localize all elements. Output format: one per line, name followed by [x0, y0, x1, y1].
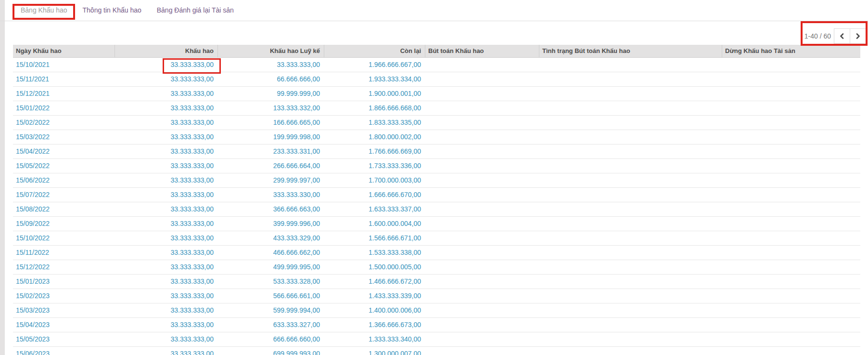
table-cell: 33.333.333,00 — [115, 318, 217, 332]
table-row[interactable]: 15/05/202233.333.333,00266.666.664,001.7… — [13, 159, 860, 173]
chevron-left-icon — [839, 33, 845, 39]
table-cell: 299.999.997,00 — [217, 173, 324, 187]
table-cell: 633.333.327,00 — [217, 318, 324, 332]
table-cell — [722, 58, 860, 72]
table-cell: 15/02/2022 — [13, 116, 115, 130]
column-header-dung-khau-hao[interactable]: Dừng Khấu hao Tài sản — [722, 45, 860, 57]
table-cell: 433.333.329,00 — [217, 231, 324, 245]
table-cell: 33.333.333,00 — [115, 87, 217, 101]
column-header-khau-hao-luy-ke[interactable]: Khấu hao Luỹ kế — [217, 45, 324, 57]
table-row[interactable]: 15/10/202133.333.333,0033.333.333,001.96… — [13, 58, 860, 72]
table-row[interactable]: 15/11/202133.333.333,0066.666.666,001.93… — [13, 72, 860, 87]
table-row[interactable]: 15/03/202333.333.333,00599.999.994,001.4… — [13, 303, 860, 318]
table-cell: 33.333.333,00 — [115, 130, 217, 144]
tab-label: Bảng Đánh giá lại Tài sản — [157, 6, 234, 14]
table-cell — [722, 159, 860, 173]
table-cell: 33.333.333,00 — [115, 217, 217, 231]
table-cell — [539, 101, 722, 115]
column-header-ngay-khau-hao[interactable]: Ngày Khấu hao — [13, 45, 115, 57]
table-cell — [539, 231, 722, 245]
table-cell: 1.433.333.339,00 — [324, 289, 425, 303]
table-row[interactable]: 15/11/202233.333.333,00466.666.662,001.5… — [13, 246, 860, 260]
tab-label: Bảng Khấu hao — [21, 6, 67, 14]
table-cell — [425, 289, 539, 303]
table-cell: 15/03/2022 — [13, 130, 115, 144]
table-cell — [539, 116, 722, 130]
table-cell — [539, 87, 722, 101]
table-cell: 15/01/2023 — [13, 275, 115, 289]
pager-next-button[interactable] — [850, 28, 866, 44]
table-cell: 1.666.666.670,00 — [324, 188, 425, 202]
table-cell — [539, 58, 722, 72]
table-cell: 33.333.333,00 — [115, 347, 217, 355]
table-row[interactable]: 15/04/202233.333.333,00233.333.331,001.7… — [13, 145, 860, 159]
table-cell — [539, 217, 722, 231]
table-cell — [722, 145, 860, 158]
table-row[interactable]: 15/06/202333.333.333,00699.999.993,001.3… — [13, 347, 860, 355]
table-cell: 199.999.998,00 — [217, 130, 324, 144]
table-cell: 233.333.331,00 — [217, 145, 324, 158]
table-cell: 333.333.330,00 — [217, 188, 324, 202]
table-cell: 33.333.333,00 — [115, 173, 217, 187]
table-body: 15/10/202133.333.333,0033.333.333,001.96… — [13, 58, 860, 355]
table-cell — [539, 145, 722, 158]
table-cell: 1.500.000.005,00 — [324, 260, 425, 274]
table-cell: 15/04/2022 — [13, 145, 115, 158]
column-header-khau-hao[interactable]: Khấu hao — [115, 45, 217, 57]
table-cell: 1.566.666.671,00 — [324, 231, 425, 245]
table-row[interactable]: 15/10/202233.333.333,00433.333.329,001.5… — [13, 231, 860, 246]
table-row[interactable]: 15/03/202233.333.333,00199.999.998,001.8… — [13, 130, 860, 145]
table-cell: 15/04/2023 — [13, 318, 115, 332]
table-cell: 1.366.666.673,00 — [324, 318, 425, 332]
table-cell: 599.999.994,00 — [217, 303, 324, 317]
table-cell: 33.333.333,00 — [115, 303, 217, 317]
pager-previous-button[interactable] — [834, 28, 850, 44]
table-cell: 33.333.333,00 — [115, 260, 217, 274]
table-cell: 99.999.999,00 — [217, 87, 324, 101]
table-row[interactable]: 15/04/202333.333.333,00633.333.327,001.3… — [13, 318, 860, 332]
table-row[interactable]: 15/09/202233.333.333,00399.999.996,001.6… — [13, 217, 860, 231]
table-row[interactable]: 15/06/202233.333.333,00299.999.997,001.7… — [13, 173, 860, 188]
table-row[interactable]: 15/01/202333.333.333,00533.333.328,001.4… — [13, 275, 860, 289]
table-cell — [425, 303, 539, 317]
tab-bang-danh-gia-lai-tai-san[interactable]: Bảng Đánh giá lại Tài sản — [151, 0, 240, 21]
table-cell — [539, 202, 722, 216]
table-cell — [539, 130, 722, 144]
table-cell — [722, 173, 860, 187]
table-cell: 15/12/2022 — [13, 260, 115, 274]
table-row[interactable]: 15/02/202233.333.333,00166.666.665,001.8… — [13, 116, 860, 130]
table-row[interactable]: 15/02/202333.333.333,00566.666.661,001.4… — [13, 289, 860, 303]
table-cell: 33.333.333,00 — [115, 159, 217, 173]
table-cell: 15/05/2023 — [13, 332, 115, 346]
table-header-row: Ngày Khấu hao Khấu hao Khấu hao Luỹ kế C… — [13, 45, 860, 58]
table-cell — [722, 275, 860, 289]
table-cell: 133.333.332,00 — [217, 101, 324, 115]
table-cell: 1.333.333.340,00 — [324, 332, 425, 346]
table-row[interactable]: 15/07/202233.333.333,00333.333.330,001.6… — [13, 188, 860, 202]
table-row[interactable]: 15/12/202133.333.333,0099.999.999,001.90… — [13, 87, 860, 101]
table-row[interactable]: 15/08/202233.333.333,00366.666.663,001.6… — [13, 202, 860, 217]
table-cell: 15/02/2023 — [13, 289, 115, 303]
table-row[interactable]: 15/12/202233.333.333,00499.999.995,001.5… — [13, 260, 860, 275]
table-cell: 566.666.661,00 — [217, 289, 324, 303]
table-cell: 15/01/2022 — [13, 101, 115, 115]
table-cell — [425, 173, 539, 187]
table-cell: 1.300.000.007,00 — [324, 347, 425, 355]
column-header-but-toan-khau-hao[interactable]: Bút toán Khấu hao — [425, 45, 539, 57]
table-cell: 1.800.000.002,00 — [324, 130, 425, 144]
table-cell: 1.733.333.336,00 — [324, 159, 425, 173]
table-cell: 699.999.993,00 — [217, 347, 324, 355]
pager-range[interactable]: 1-40 / 60 — [804, 28, 831, 44]
table-row[interactable]: 15/05/202333.333.333,00666.666.660,001.3… — [13, 332, 860, 347]
depreciation-table: Ngày Khấu hao Khấu hao Khấu hao Luỹ kế C… — [13, 45, 860, 355]
tab-bang-khau-hao[interactable]: Bảng Khấu hao — [14, 0, 74, 21]
table-cell — [722, 130, 860, 144]
column-header-tinh-trang-but-toan[interactable]: Tình trạng Bút toán Khấu hao — [539, 45, 722, 57]
table-cell: 1.966.666.667,00 — [324, 58, 425, 72]
tab-label: Thông tin Khấu hao — [83, 6, 141, 14]
table-row[interactable]: 15/01/202233.333.333,00133.333.332,001.8… — [13, 101, 860, 116]
column-header-con-lai[interactable]: Còn lại — [324, 45, 425, 57]
table-cell: 33.333.333,00 — [115, 231, 217, 245]
tab-thong-tin-khau-hao[interactable]: Thông tin Khấu hao — [77, 0, 148, 21]
table-cell: 33.333.333,00 — [115, 101, 217, 115]
